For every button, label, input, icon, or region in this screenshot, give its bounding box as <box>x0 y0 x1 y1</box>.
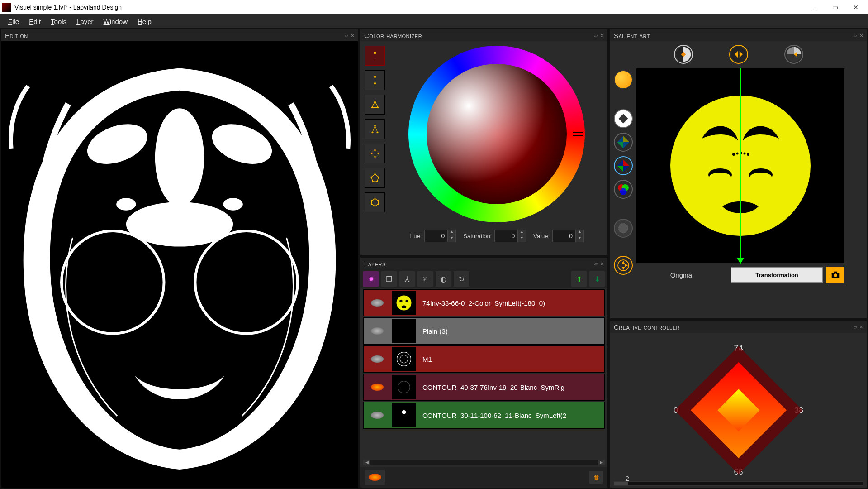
layer-row[interactable]: 74Inv-38-66-0_2-Color_SymLeft(-180_0) <box>363 289 605 316</box>
svg-rect-48 <box>394 377 414 397</box>
dock-float-icon[interactable]: ▱ <box>854 325 858 330</box>
dock-close-icon[interactable]: ✕ <box>859 325 863 330</box>
chevron-down-icon[interactable]: ▼ <box>575 236 583 242</box>
layer-row[interactable]: M1 <box>363 345 605 373</box>
panel-title-edition: Edition <box>5 32 28 39</box>
dock-float-icon[interactable]: ▱ <box>345 33 349 38</box>
salient-shape-icon[interactable] <box>614 109 633 128</box>
visibility-toggle-icon[interactable] <box>364 402 391 428</box>
visibility-toggle-icon[interactable] <box>364 290 391 316</box>
layers-duplicate-icon[interactable]: ❐ <box>381 271 397 287</box>
salient-target-icon[interactable] <box>614 256 633 275</box>
chevron-down-icon[interactable]: ▼ <box>517 236 526 242</box>
svg-rect-87 <box>834 272 837 273</box>
app-icon <box>2 3 11 12</box>
menu-layer[interactable]: Layer <box>72 16 98 27</box>
delete-layer-icon[interactable]: 🗑 <box>589 471 603 484</box>
menu-bar: File Edit Tools Layer Window Help <box>0 14 868 28</box>
hue-marker-icon[interactable] <box>573 132 583 136</box>
harmony-complementary-icon[interactable] <box>365 70 385 90</box>
dock-close-icon[interactable]: ✕ <box>600 261 604 266</box>
salient-color2-icon[interactable] <box>614 156 633 175</box>
salient-canvas[interactable] <box>636 68 844 263</box>
salient-original-label: Original <box>636 271 727 279</box>
chevron-up-icon[interactable]: ▲ <box>447 230 455 236</box>
harmony-square-icon[interactable] <box>365 144 385 163</box>
cc-scrollbar-thumb[interactable] <box>614 482 628 485</box>
dock-float-icon[interactable]: ▱ <box>594 33 598 38</box>
layer-move-up-icon[interactable]: ⬆ <box>571 271 587 287</box>
saturation-input[interactable]: ▲▼ <box>494 230 526 242</box>
layer-list: 74Inv-38-66-0_2-Color_SymLeft(-180_0) Pl… <box>360 288 607 458</box>
layers-opacity-icon[interactable]: ◐ <box>436 271 451 287</box>
dock-close-icon[interactable]: ✕ <box>600 33 604 38</box>
harmony-hexagon-icon[interactable] <box>365 192 385 212</box>
harmony-triad-icon[interactable] <box>365 95 385 115</box>
layer-row[interactable]: Plain (3) <box>363 317 605 345</box>
harmony-split-icon[interactable] <box>365 119 385 139</box>
close-button[interactable]: ✕ <box>845 0 866 14</box>
color-wheel[interactable] <box>408 46 585 222</box>
cc-diamond-icon[interactable] <box>690 362 786 458</box>
salient-checker-icon[interactable] <box>614 219 633 238</box>
svg-marker-33 <box>372 199 379 206</box>
minimize-button[interactable]: — <box>804 0 825 14</box>
hue-input[interactable]: ▲▼ <box>424 230 456 242</box>
menu-edit[interactable]: Edit <box>24 16 45 27</box>
saturation-label: Saturation: <box>463 233 492 240</box>
maximize-button[interactable]: ▭ <box>825 0 845 14</box>
layer-row[interactable]: CONTOUR_30-11-100-62_11-Blanc_SymLeft(2 <box>363 402 605 429</box>
salient-fill-yellow-icon[interactable] <box>614 70 633 89</box>
svg-point-37 <box>375 206 376 207</box>
svg-point-78 <box>709 173 731 182</box>
creative-controller-pad[interactable]: 74 38 66 0 2 <box>610 333 867 488</box>
salient-rgb-icon[interactable] <box>614 180 633 199</box>
svg-point-9 <box>374 52 376 54</box>
dock-close-icon[interactable]: ✕ <box>859 33 863 38</box>
menu-file[interactable]: File <box>4 16 24 27</box>
svg-marker-75 <box>622 267 625 270</box>
salient-mode-bw-icon[interactable] <box>674 45 693 64</box>
layers-scrollbar[interactable]: ◀ ▶ <box>363 460 605 465</box>
svg-point-7 <box>116 198 136 211</box>
svg-point-36 <box>378 203 379 205</box>
chevron-left-icon[interactable]: ◀ <box>364 460 370 465</box>
visibility-toggle-icon[interactable] <box>364 374 391 400</box>
salient-mode-quad-icon[interactable] <box>784 45 803 64</box>
menu-tools[interactable]: Tools <box>46 16 71 27</box>
window-title: Visuel simple 1.lvf* - Laoviland Design <box>14 4 804 11</box>
visibility-toggle-icon[interactable] <box>364 346 391 372</box>
layers-reset-icon[interactable]: ↻ <box>454 271 469 287</box>
layer-thumbnail <box>392 347 416 371</box>
menu-help[interactable]: Help <box>133 16 156 27</box>
layers-preview-icon[interactable] <box>365 470 385 485</box>
panel-salient-art: Salient art ▱✕ <box>610 29 867 319</box>
dock-float-icon[interactable]: ▱ <box>594 261 598 266</box>
dock-float-icon[interactable]: ▱ <box>854 33 858 38</box>
edition-canvas[interactable] <box>1 41 358 488</box>
menu-window[interactable]: Window <box>99 16 132 27</box>
salient-transformation-tab[interactable]: Transformation <box>731 267 823 283</box>
layer-move-down-icon[interactable]: ⬇ <box>589 271 605 287</box>
visibility-toggle-icon[interactable] <box>364 318 391 344</box>
harmony-pentagon-icon[interactable] <box>365 168 385 188</box>
svg-marker-65 <box>623 160 630 166</box>
layers-effects-icon[interactable]: ✹ <box>363 271 379 287</box>
layer-thumbnail <box>392 319 416 343</box>
salient-mode-mirror-icon[interactable] <box>729 45 748 64</box>
chevron-down-icon[interactable]: ▼ <box>447 236 455 242</box>
camera-icon <box>830 270 840 280</box>
dock-close-icon[interactable]: ✕ <box>351 33 355 38</box>
layer-row[interactable]: CONTOUR_40-37-76Inv-19_20-Blanc_SymRig <box>363 374 605 401</box>
harmony-single-icon[interactable] <box>365 46 385 66</box>
layers-merge-icon[interactable]: ⅄ <box>399 271 415 287</box>
chevron-up-icon[interactable]: ▲ <box>517 230 526 236</box>
snapshot-button[interactable] <box>826 267 844 283</box>
chevron-right-icon[interactable]: ▶ <box>598 460 604 465</box>
value-input[interactable]: ▲▼ <box>552 230 584 242</box>
cc-scrollbar[interactable] <box>614 481 863 486</box>
layers-anchor-icon[interactable]: ⎚ <box>417 271 433 287</box>
chevron-up-icon[interactable]: ▲ <box>575 230 583 236</box>
svg-line-20 <box>373 126 375 133</box>
salient-color1-icon[interactable] <box>614 133 633 152</box>
